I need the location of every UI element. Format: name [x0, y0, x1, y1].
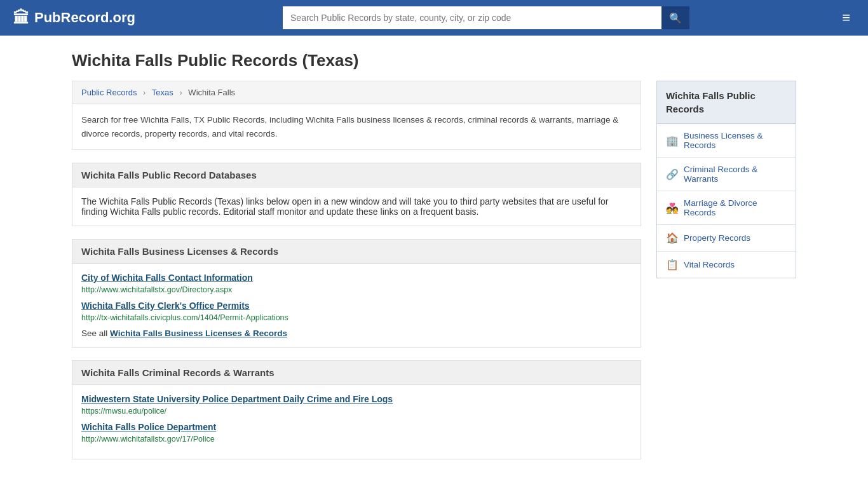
breadcrumb-sep-2: ›: [179, 88, 182, 97]
databases-section-header: Wichita Falls Public Record Databases: [72, 163, 641, 187]
criminal-section-header: Wichita Falls Criminal Records & Warrant…: [72, 360, 641, 385]
criminal-section-content: Midwestern State University Police Depar…: [72, 385, 641, 459]
sidebar-label-marriage: Marriage & Divorce Records: [684, 198, 787, 217]
building-icon: 🏛: [13, 8, 29, 28]
databases-header-text: Wichita Falls Public Record Databases: [81, 170, 257, 180]
databases-intro-box: The Wichita Falls Public Records (Texas)…: [72, 187, 641, 226]
menu-button[interactable]: ≡: [837, 7, 855, 29]
marriage-icon: 💑: [666, 202, 677, 214]
criminal-icon: 🔗: [666, 168, 677, 180]
business-link-1[interactable]: Wichita Falls City Clerk's Office Permit…: [81, 301, 632, 311]
criminal-url-0: https://mwsu.edu/police/: [81, 407, 632, 416]
see-all-prefix: See all: [81, 329, 107, 338]
sidebar-item-property[interactable]: 🏠 Property Records: [657, 225, 796, 252]
sidebar: Wichita Falls Public Records 🏢 Business …: [656, 81, 796, 472]
business-icon: 🏢: [666, 135, 677, 147]
main-container: Wichita Falls Public Records (Texas) Pub…: [59, 36, 809, 487]
search-button[interactable]: 🔍: [661, 6, 689, 29]
business-link-0[interactable]: City of Wichita Falls Contact Informatio…: [81, 273, 632, 283]
sidebar-title: Wichita Falls Public Records: [656, 81, 796, 124]
intro-box: Search for free Wichita Falls, TX Public…: [72, 104, 641, 150]
breadcrumb-current: Wichita Falls: [188, 88, 235, 97]
business-section-header: Wichita Falls Business Licenses & Record…: [72, 239, 641, 264]
sidebar-nav: 🏢 Business Licenses & Records 🔗 Criminal…: [656, 124, 796, 278]
sidebar-label-criminal: Criminal Records & Warrants: [684, 165, 787, 184]
vital-icon: 📋: [666, 259, 677, 271]
page-title: Wichita Falls Public Records (Texas): [72, 51, 796, 71]
sidebar-item-criminal[interactable]: 🔗 Criminal Records & Warrants: [657, 158, 796, 191]
business-header-text: Wichita Falls Business Licenses & Record…: [81, 246, 278, 257]
criminal-link-1[interactable]: Wichita Falls Police Department: [81, 422, 632, 432]
business-see-all: See all Wichita Falls Business Licenses …: [81, 329, 632, 338]
content-area: Public Records › Texas › Wichita Falls S…: [72, 81, 796, 472]
criminal-link-0[interactable]: Midwestern State University Police Depar…: [81, 394, 632, 404]
logo-text: PubRecord.org: [34, 10, 135, 26]
criminal-header-text: Wichita Falls Criminal Records & Warrant…: [81, 367, 275, 378]
business-url-0: http://www.wichitafallstx.gov/Directory.…: [81, 285, 632, 294]
intro-text: Search for free Wichita Falls, TX Public…: [81, 113, 632, 140]
sidebar-label-vital: Vital Records: [684, 260, 735, 269]
menu-icon: ≡: [842, 10, 850, 25]
sidebar-item-business[interactable]: 🏢 Business Licenses & Records: [657, 124, 796, 158]
sidebar-item-marriage[interactable]: 💑 Marriage & Divorce Records: [657, 191, 796, 225]
breadcrumb-sep-1: ›: [143, 88, 146, 97]
sidebar-label-business: Business Licenses & Records: [684, 131, 787, 150]
breadcrumb-link-texas[interactable]: Texas: [152, 88, 173, 97]
site-header: 🏛 PubRecord.org 🔍 ≡: [0, 0, 868, 36]
property-icon: 🏠: [666, 232, 677, 244]
sidebar-label-property: Property Records: [684, 233, 750, 243]
search-input[interactable]: [283, 6, 661, 29]
site-logo[interactable]: 🏛 PubRecord.org: [13, 8, 135, 28]
sidebar-item-vital[interactable]: 📋 Vital Records: [657, 252, 796, 278]
criminal-url-1: http://www.wichitafallstx.gov/17/Police: [81, 435, 632, 444]
business-see-all-link[interactable]: Wichita Falls Business Licenses & Record…: [110, 329, 287, 338]
business-url-1: http://tx-wichitafalls.civicplus.com/140…: [81, 313, 632, 322]
business-section-content: City of Wichita Falls Contact Informatio…: [72, 264, 641, 348]
breadcrumb: Public Records › Texas › Wichita Falls: [72, 81, 641, 104]
main-content: Public Records › Texas › Wichita Falls S…: [72, 81, 641, 472]
breadcrumb-link-public-records[interactable]: Public Records: [81, 88, 137, 97]
search-bar: 🔍: [283, 6, 689, 29]
databases-intro-text: The Wichita Falls Public Records (Texas)…: [81, 196, 632, 217]
